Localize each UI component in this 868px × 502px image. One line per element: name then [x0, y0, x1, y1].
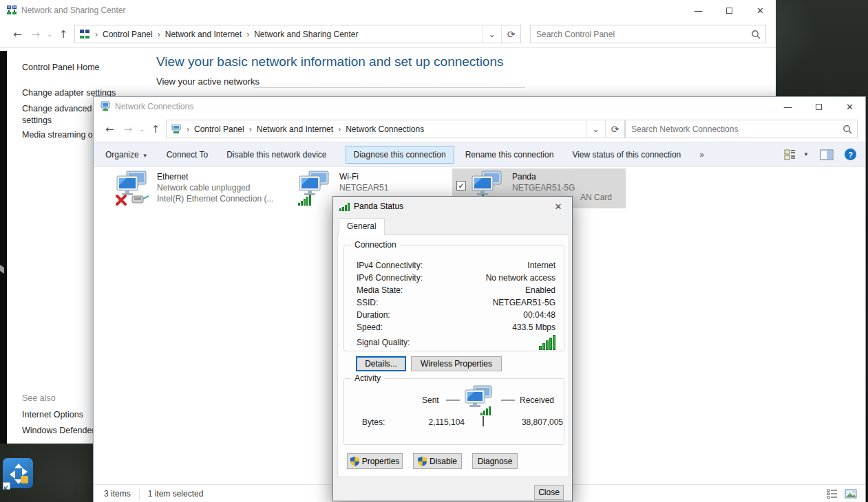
nc-search-input[interactable]	[626, 120, 857, 138]
close-button[interactable]: Close	[534, 485, 564, 500]
uac-shield-icon	[350, 457, 359, 466]
caret-down-icon: ▼	[142, 153, 148, 159]
connect-to-button[interactable]: Connect To	[167, 150, 209, 160]
network-sharing-app-icon	[6, 5, 17, 16]
adapter-name: Wi-Fi	[339, 171, 388, 182]
breadcrumb-control-panel[interactable]: Control Panel	[103, 30, 153, 39]
disable-device-button[interactable]: Disable this network device	[226, 150, 326, 160]
ipv6-label: IPv6 Connectivity:	[357, 273, 423, 283]
bytes-label: Bytes:	[362, 417, 385, 427]
properties-button[interactable]: Properties	[347, 453, 403, 469]
breadcrumb-network-sharing[interactable]: Network and Sharing Center	[254, 30, 358, 39]
sent-label: Sent	[422, 395, 439, 405]
media-state-value: Enabled	[525, 285, 555, 295]
nc-back-button[interactable]: ←	[100, 123, 119, 135]
nsc-history-dropdown[interactable]: ⌄	[45, 31, 54, 38]
nsc-window-title: Network and Sharing Center	[21, 6, 125, 15]
sidebar-control-panel-home[interactable]: Control Panel Home	[22, 62, 140, 74]
nc-forward-button[interactable]: →	[119, 123, 138, 135]
signal-bars-icon	[298, 195, 311, 206]
nc-address-dropdown[interactable]: ⌄	[586, 120, 605, 138]
diagnose-button[interactable]: Diagnose	[472, 453, 518, 469]
nsc-search-input[interactable]	[531, 25, 765, 43]
activity-group: Activity Sent Received Bytes:	[343, 378, 564, 445]
nsc-address-dropdown[interactable]: ⌄	[482, 25, 501, 43]
thumbnail-view-toggle-icon[interactable]	[845, 489, 857, 499]
organize-menu-button[interactable]: Organize▼	[105, 150, 148, 160]
nc-up-button[interactable]: ↑	[147, 123, 165, 135]
adapter-status: Network cable unplugged	[157, 182, 273, 193]
speed-label: Speed:	[357, 323, 383, 332]
search-icon	[751, 30, 761, 39]
nsc-minimize-button[interactable]: —	[683, 0, 714, 21]
view-status-button[interactable]: View status of this connection	[572, 150, 681, 160]
nc-history-dropdown[interactable]: ⌄	[137, 126, 147, 133]
control-panel-icon	[79, 30, 90, 39]
nsc-refresh-button[interactable]: ⟳	[501, 25, 520, 43]
dialog-titlebar[interactable]: Panda Status ✕	[333, 197, 572, 216]
nsc-up-button[interactable]: ↑	[54, 28, 73, 41]
adapter-name: Panda	[512, 171, 575, 182]
breadcrumb-control-panel[interactable]: Control Panel	[194, 124, 244, 134]
duration-label: Duration:	[357, 310, 390, 320]
nc-refresh-button[interactable]: ⟳	[605, 120, 624, 138]
ipv4-value: Internet	[527, 261, 555, 270]
nc-minimize-button[interactable]: —	[772, 97, 803, 116]
preview-pane-icon[interactable]	[820, 149, 834, 160]
nsc-maximize-button[interactable]	[714, 0, 745, 21]
change-view-button[interactable]: ▼	[784, 149, 809, 160]
sent-dash	[446, 400, 460, 401]
details-view-toggle-icon[interactable]	[827, 489, 838, 499]
adapter-network: NETGEAR51	[339, 182, 388, 193]
nsc-breadcrumb[interactable]: › Control Panel › Network and Internet ›…	[75, 25, 482, 43]
speed-value: 433.5 Mbps	[512, 323, 555, 332]
signal-bars-icon	[480, 406, 491, 415]
dialog-close-button[interactable]: ✕	[544, 197, 572, 216]
adapter-device: Intel(R) Ethernet Connection (...	[157, 193, 273, 204]
toolbar-overflow-button[interactable]: »	[699, 150, 704, 160]
nc-breadcrumb[interactable]: › Control Panel › Network and Internet ›…	[167, 120, 586, 138]
nc-maximize-button[interactable]	[803, 97, 834, 116]
nsc-forward-button[interactable]: →	[27, 28, 45, 41]
received-label: Received	[520, 395, 554, 405]
nsc-close-button[interactable]: ✕	[745, 0, 776, 21]
help-button[interactable]: ?	[845, 149, 856, 160]
breadcrumb-network-internet[interactable]: Network and Internet	[257, 124, 333, 134]
dialog-title: Panda Status	[354, 201, 403, 211]
nsc-back-button[interactable]: ←	[8, 28, 27, 41]
error-x-icon	[117, 196, 125, 204]
disable-button[interactable]: Disable	[413, 453, 462, 469]
left-edge-strip	[0, 51, 7, 444]
ipv4-label: IPv4 Connectivity:	[357, 261, 423, 270]
wireless-properties-button[interactable]: Wireless Properties	[411, 356, 502, 371]
adapter-name: Ethernet	[157, 171, 273, 182]
adapter-device-fragment: AN Card	[580, 192, 612, 203]
selected-count: 1 item selected	[148, 489, 204, 499]
section-divider	[254, 87, 525, 88]
breadcrumb-network-internet[interactable]: Network and Internet	[165, 30, 242, 39]
nc-titlebar[interactable]: Network Connections — ✕	[94, 97, 865, 116]
nsc-page-title: View your basic network information and …	[156, 54, 503, 69]
adapter-ethernet[interactable]: Ethernet Network cable unplugged Intel(R…	[114, 170, 273, 206]
rename-connection-button[interactable]: Rename this connection	[465, 150, 554, 160]
uac-shield-icon	[418, 457, 427, 466]
wifi-adapter-icon	[297, 170, 332, 206]
ssid-label: SSID:	[357, 298, 378, 307]
tab-general[interactable]: General	[339, 218, 385, 235]
ipv6-value: No network access	[486, 273, 555, 283]
wifi-status-icon	[339, 203, 350, 211]
media-state-label: Media State:	[357, 285, 403, 295]
search-icon	[843, 124, 852, 134]
signal-quality-bars-icon	[539, 335, 555, 350]
network-connections-crumb-icon	[171, 124, 182, 134]
nsc-titlebar[interactable]: Network and Sharing Center — ✕	[0, 0, 776, 21]
duration-value: 00:04:48	[523, 310, 555, 320]
connection-group-label: Connection	[351, 240, 400, 250]
nc-close-button[interactable]: ✕	[834, 97, 865, 116]
details-button[interactable]: Details...	[356, 356, 406, 371]
breadcrumb-network-connections[interactable]: Network Connections	[346, 124, 424, 134]
diagnose-connection-button[interactable]: Diagnose this connection	[346, 146, 454, 164]
panda-checkbox[interactable]: ✓	[456, 181, 466, 190]
desktop-shortcut-icon[interactable]	[3, 458, 34, 492]
nsc-active-networks-label: View your active networks	[156, 76, 260, 87]
